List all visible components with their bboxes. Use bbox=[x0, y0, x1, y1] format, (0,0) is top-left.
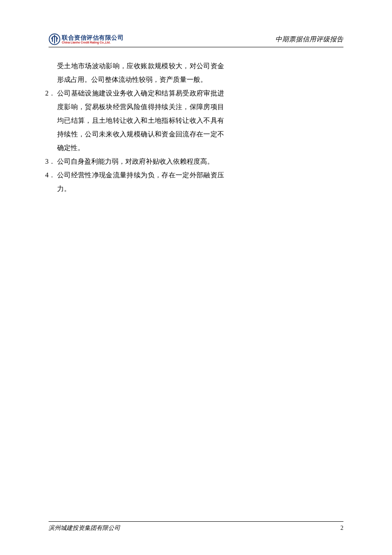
logo-section: 联合资信评估有限公司 China Lianhe Credit Rating Co… bbox=[49, 33, 124, 45]
document-page: 联合资信评估有限公司 China Lianhe Credit Rating Co… bbox=[0, 0, 392, 555]
list-text: 公司自身盈利能力弱，对政府补贴收入依赖程度高。 bbox=[57, 155, 224, 168]
company-logo-icon bbox=[49, 33, 61, 45]
list-text: 公司基础设施建设业务收入确定和结算易受政府审批进度影响，贸易板块经营风险值得持续… bbox=[57, 87, 224, 155]
numbered-list: 2． 公司基础设施建设业务收入确定和结算易受政府审批进度影响，贸易板块经营风险值… bbox=[57, 87, 224, 196]
footer-company: 滨州城建投资集团有限公司 bbox=[49, 524, 120, 532]
header-title: 中期票据信用评级报告 bbox=[275, 35, 343, 44]
list-item: 4． 公司经营性净现金流量持续为负，存在一定外部融资压力。 bbox=[57, 168, 224, 196]
page-number: 2 bbox=[340, 525, 343, 532]
list-number: 3． bbox=[43, 155, 57, 168]
list-number: 4． bbox=[43, 168, 57, 182]
logo-text: 联合资信评估有限公司 China Lianhe Credit Rating Co… bbox=[62, 35, 124, 44]
logo-cn-text: 联合资信评估有限公司 bbox=[62, 35, 124, 40]
header-divider bbox=[49, 47, 343, 47]
page-header: 联合资信评估有限公司 China Lianhe Credit Rating Co… bbox=[49, 33, 343, 45]
page-footer: 滨州城建投资集团有限公司 2 bbox=[49, 521, 343, 532]
list-item: 2． 公司基础设施建设业务收入确定和结算易受政府审批进度影响，贸易板块经营风险值… bbox=[57, 87, 224, 155]
list-text: 公司经营性净现金流量持续为负，存在一定外部融资压力。 bbox=[57, 168, 224, 196]
main-content: 受土地市场波动影响，应收账款规模较大，对公司资金形成占用。公司整体流动性较弱，资… bbox=[49, 59, 343, 196]
footer-divider bbox=[49, 521, 343, 522]
list-number: 2． bbox=[43, 87, 57, 100]
list-item: 3． 公司自身盈利能力弱，对政府补贴收入依赖程度高。 bbox=[57, 155, 224, 168]
logo-en-text: China Lianhe Credit Rating Co.,Ltd. bbox=[62, 41, 124, 44]
continuation-text: 受土地市场波动影响，应收账款规模较大，对公司资金形成占用。公司整体流动性较弱，资… bbox=[57, 59, 224, 87]
footer-row: 滨州城建投资集团有限公司 2 bbox=[49, 524, 343, 532]
